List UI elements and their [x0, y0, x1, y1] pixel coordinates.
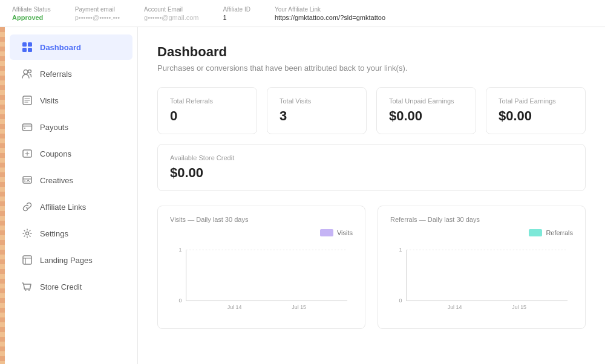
sidebar-affiliate-links-label: Affiliate Links	[40, 203, 86, 212]
account-email-item: Account Email g••••••@gmail.com	[144, 6, 199, 21]
referrals-chart-area: 1 0 Jul 14 Jul 15	[390, 240, 573, 319]
charts-row: Visits — Daily last 30 days Visits 1 0	[157, 206, 586, 329]
referrals-legend-label: Referrals	[546, 229, 573, 236]
visits-icon	[22, 95, 33, 106]
payouts-icon	[22, 122, 33, 132]
svg-text:0: 0	[179, 297, 182, 304]
settings-icon	[22, 228, 33, 239]
store-credit-card: Available Store Credit $0.00	[157, 144, 586, 191]
sidebar-coupons-label: Coupons	[40, 149, 71, 158]
sidebar-item-settings[interactable]: Settings	[10, 221, 132, 246]
stat-paid-value: $0.00	[499, 108, 573, 124]
page-title: Dashboard	[157, 44, 586, 60]
visits-chart-legend: Visits	[170, 229, 353, 236]
svg-rect-1	[28, 42, 32, 47]
affiliate-status-label: Affiliate Status	[12, 6, 51, 13]
affiliate-id-value: 1	[223, 14, 250, 21]
svg-text:Jul 15: Jul 15	[292, 304, 306, 310]
sidebar-item-coupons[interactable]: Coupons	[10, 141, 132, 166]
svg-text:1: 1	[179, 247, 182, 253]
svg-rect-10	[23, 177, 31, 183]
svg-point-5	[28, 70, 31, 73]
creatives-icon	[22, 175, 33, 186]
main-layout: Dashboard Referrals Visits	[0, 27, 605, 364]
sidebar-item-affiliate-links[interactable]: Affiliate Links	[10, 194, 132, 219]
referrals-legend-color	[529, 229, 542, 236]
affiliate-links-icon	[22, 201, 33, 212]
sidebar-item-dashboard[interactable]: Dashboard	[10, 34, 132, 60]
sidebar-dashboard-label: Dashboard	[40, 43, 81, 52]
sidebar: Dashboard Referrals Visits	[5, 27, 138, 364]
payment-email-value: p••••••@•••••.•••	[75, 14, 120, 21]
stat-card-paid: Total Paid Earnings $0.00	[486, 87, 586, 134]
stat-paid-label: Total Paid Earnings	[499, 97, 573, 105]
sidebar-store-credit-label: Store Credit	[40, 282, 82, 291]
account-email-label: Account Email	[144, 6, 199, 13]
sidebar-item-visits[interactable]: Visits	[10, 88, 132, 113]
sidebar-landing-pages-label: Landing Pages	[40, 256, 93, 265]
referrals-chart-svg: 1 0 Jul 14 Jul 15	[390, 240, 573, 319]
svg-text:Jul 14: Jul 14	[227, 304, 242, 310]
svg-rect-2	[22, 48, 27, 52]
svg-text:1: 1	[399, 247, 402, 253]
dashboard-icon	[22, 42, 33, 53]
sidebar-referrals-label: Referrals	[40, 70, 72, 79]
store-credit-icon	[22, 281, 33, 292]
sidebar-creatives-label: Creatives	[40, 176, 73, 185]
affiliate-status-value: Approved	[12, 14, 51, 21]
visits-chart-title: Visits — Daily last 30 days	[170, 216, 353, 223]
stat-unpaid-value: $0.00	[389, 108, 463, 124]
affiliate-link-value: https://gmktattoo.com/?sld=gmktattoo	[275, 14, 385, 21]
sidebar-item-creatives[interactable]: Creatives	[10, 167, 132, 193]
visits-chart-area: 1 0 Jul 14 Jul 15	[170, 240, 353, 319]
svg-text:Jul 15: Jul 15	[512, 304, 526, 310]
affiliate-link-item: Your Affiliate Link https://gmktattoo.co…	[275, 6, 385, 21]
sidebar-item-referrals[interactable]: Referrals	[10, 61, 132, 86]
sidebar-item-landing-pages[interactable]: Landing Pages	[10, 247, 132, 273]
stat-card-referrals: Total Referrals 0	[157, 87, 257, 134]
stat-card-visits: Total Visits 3	[267, 87, 367, 134]
stat-visits-value: 3	[280, 108, 354, 124]
sidebar-item-payouts[interactable]: Payouts	[10, 114, 132, 140]
visits-legend-color	[320, 229, 333, 236]
payment-email-item: Payment email p••••••@•••••.•••	[75, 6, 120, 21]
referrals-chart-title: Referrals — Daily last 30 days	[390, 216, 573, 223]
sidebar-item-store-credit[interactable]: Store Credit	[10, 274, 132, 299]
main-content: Dashboard Purchases or conversions that …	[138, 27, 605, 364]
svg-point-4	[24, 70, 28, 74]
referrals-icon	[22, 68, 33, 79]
affiliate-id-item: Affiliate ID 1	[223, 6, 250, 21]
coupons-icon	[22, 148, 33, 159]
affiliate-id-label: Affiliate ID	[223, 6, 250, 13]
svg-rect-13	[23, 256, 31, 264]
landing-pages-icon	[22, 255, 33, 265]
stat-referrals-label: Total Referrals	[170, 97, 244, 105]
affiliate-link-label: Your Affiliate Link	[275, 6, 385, 13]
svg-text:0: 0	[399, 297, 402, 304]
svg-point-8	[24, 128, 25, 129]
svg-text:Jul 14: Jul 14	[448, 304, 462, 310]
sidebar-visits-label: Visits	[40, 96, 59, 105]
stat-visits-label: Total Visits	[280, 97, 354, 105]
svg-point-15	[28, 290, 30, 291]
referrals-chart-legend: Referrals	[390, 229, 573, 236]
visits-chart-svg: 1 0 Jul 14 Jul 15	[170, 240, 353, 319]
stat-unpaid-label: Total Unpaid Earnings	[389, 97, 463, 105]
svg-point-14	[25, 290, 27, 291]
top-bar: Affiliate Status Approved Payment email …	[0, 0, 605, 27]
payment-email-label: Payment email	[75, 6, 120, 13]
svg-point-12	[26, 232, 29, 235]
page-subtitle: Purchases or conversions that have been …	[157, 63, 586, 73]
svg-rect-3	[28, 48, 32, 52]
left-border-decoration	[0, 27, 5, 364]
store-credit-label: Available Store Credit	[170, 154, 573, 161]
affiliate-status-item: Affiliate Status Approved	[12, 6, 51, 21]
svg-rect-7	[23, 124, 32, 131]
referrals-chart-card: Referrals — Daily last 30 days Referrals…	[378, 206, 586, 329]
sidebar-settings-label: Settings	[40, 229, 68, 238]
store-credit-value: $0.00	[170, 165, 573, 181]
visits-chart-card: Visits — Daily last 30 days Visits 1 0	[157, 206, 365, 329]
account-email-value: g••••••@gmail.com	[144, 14, 199, 21]
stat-referrals-value: 0	[170, 108, 244, 124]
svg-rect-0	[22, 42, 27, 47]
